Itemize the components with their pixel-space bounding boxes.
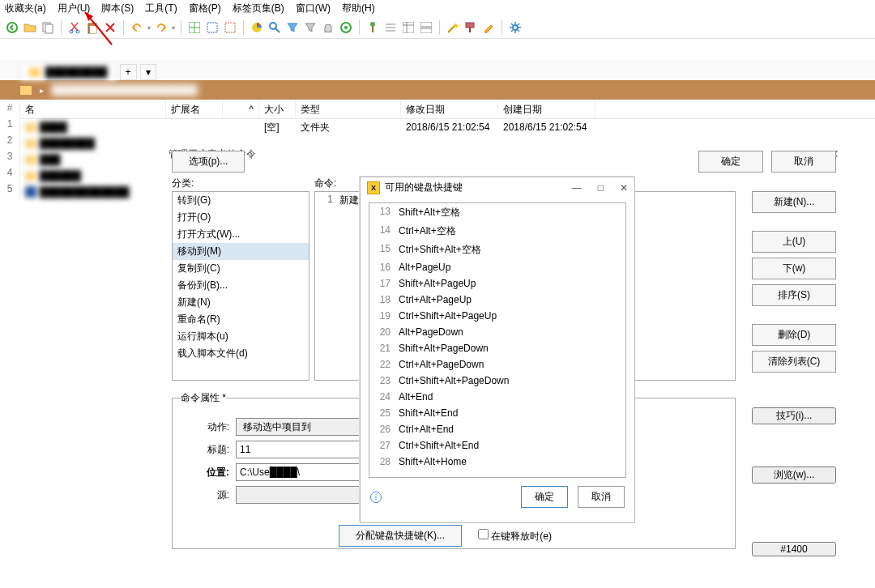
svg-point-19 [370, 22, 375, 27]
shortcut-item[interactable]: 21Shift+Alt+PageDown [369, 340, 625, 356]
col-name[interactable]: 名 [20, 100, 166, 118]
maximize-icon[interactable]: □ [598, 182, 604, 194]
shortcut-item[interactable]: 19Ctrl+Shift+Alt+PageUp [369, 308, 625, 324]
shortcut-item[interactable]: 27Ctrl+Shift+Alt+End [369, 437, 625, 454]
shortcut-item[interactable]: 15Ctrl+Shift+Alt+空格 [369, 241, 625, 259]
annotation-arrow [75, 8, 116, 49]
shortcut-item[interactable]: 23Ctrl+Shift+Alt+PageDown [369, 373, 625, 389]
category-item[interactable]: 运行脚本(u) [173, 328, 309, 345]
col-ext[interactable]: 扩展名 [166, 100, 223, 118]
wand-icon[interactable] [446, 20, 460, 35]
cancel-button[interactable]: 取消 [771, 151, 836, 173]
list-icon[interactable] [383, 20, 398, 35]
nav-back-icon[interactable] [5, 20, 19, 35]
funnel-off-icon[interactable] [303, 20, 318, 35]
select-all-icon[interactable] [205, 20, 220, 35]
on-keyup-checkbox[interactable]: 在键释放时(e) [478, 529, 552, 543]
tree-icon[interactable] [365, 20, 380, 35]
down-button[interactable]: 下(w) [752, 258, 836, 279]
menu-tools[interactable]: 工具(T) [145, 2, 177, 15]
tab-new[interactable]: + [120, 64, 137, 80]
browse-button[interactable]: 浏览(w)... [752, 467, 836, 484]
delete-button[interactable]: 删除(D) [752, 324, 836, 346]
new-button[interactable]: 新建(N)... [752, 191, 836, 213]
number-button[interactable]: #1400 [752, 542, 836, 556]
shortcut-item[interactable]: 25Shift+Alt+End [369, 405, 625, 421]
tab-active[interactable]: █████████ [20, 63, 117, 80]
ghost-icon[interactable] [321, 20, 335, 35]
svg-point-31 [513, 25, 518, 30]
chevron-right-icon[interactable]: ▸ [40, 86, 44, 95]
folder-open-icon[interactable] [23, 20, 37, 35]
shortcut-item[interactable]: 16Alt+PageUp [369, 259, 625, 275]
tips-button[interactable]: 技巧(i)... [752, 407, 836, 424]
shortcut-listbox[interactable]: 13Shift+Alt+空格14Ctrl+Alt+空格15Ctrl+Shift+… [369, 202, 626, 478]
svg-rect-12 [207, 23, 217, 32]
grid-icon[interactable] [187, 20, 202, 35]
location-label: 位置: [181, 466, 229, 479]
category-item[interactable]: 转到(G) [173, 192, 309, 209]
sort-button[interactable]: 排序(S) [752, 284, 836, 306]
settings-icon[interactable] [508, 20, 523, 35]
column-headers: 名 扩展名 ^ 大小 类型 修改日期 创建日期 [20, 100, 875, 119]
menu-help[interactable]: 帮助(H) [342, 2, 375, 15]
svg-rect-28 [420, 28, 432, 33]
category-item[interactable]: 打开(O) [173, 209, 309, 226]
pie-chart-icon[interactable] [250, 20, 264, 35]
details-icon[interactable] [401, 20, 416, 35]
info-icon[interactable]: i [370, 492, 382, 503]
menu-window[interactable]: 窗口(W) [296, 2, 331, 15]
assign-shortcut-button[interactable]: 分配键盘快捷键(K)... [339, 525, 462, 547]
col-modified[interactable]: 修改日期 [401, 100, 498, 118]
shortcut-item[interactable]: 20Alt+PageDown [369, 324, 625, 340]
category-item[interactable]: 打开方式(W)... [173, 226, 309, 243]
shortcut-item[interactable]: 18Ctrl+Alt+PageUp [369, 292, 625, 308]
breadcrumb-bar[interactable]: ▸ ███████████████████ [0, 80, 875, 100]
col-size[interactable]: 大小 [259, 100, 296, 118]
target-icon[interactable] [339, 20, 353, 35]
clear-list-button[interactable]: 清除列表(C) [752, 351, 836, 373]
options-button[interactable]: 选项(p)... [172, 151, 245, 173]
copy-icon[interactable] [41, 20, 55, 35]
search-icon[interactable] [267, 20, 282, 35]
category-listbox[interactable]: 转到(G)打开(O)打开方式(W)...移动到(M)复制到(C)备份到(B)..… [172, 191, 309, 381]
ok-button[interactable]: 确定 [521, 486, 568, 508]
close-icon[interactable]: ✕ [620, 182, 628, 194]
shortcut-item[interactable]: 14Ctrl+Alt+空格 [369, 222, 625, 241]
col-type[interactable]: 类型 [296, 100, 401, 118]
menu-favorites[interactable]: 收藏夹(a) [5, 2, 46, 15]
category-item[interactable]: 重命名(R) [173, 311, 309, 328]
category-item[interactable]: 载入脚本文件(d) [173, 345, 309, 362]
shortcut-item[interactable]: 26Ctrl+Alt+End [369, 421, 625, 437]
deselect-icon[interactable] [223, 20, 237, 35]
funnel-icon[interactable] [285, 20, 300, 35]
shortcut-item[interactable]: 24Alt+End [369, 389, 625, 405]
shortcut-item[interactable]: 28Shift+Alt+Home [369, 454, 625, 470]
ok-button[interactable]: 确定 [698, 151, 763, 173]
col-created[interactable]: 创建日期 [498, 100, 595, 118]
up-button[interactable]: 上(U) [752, 231, 836, 253]
category-item[interactable]: 新建(N) [173, 294, 309, 311]
category-item[interactable]: 移动到(M) [173, 243, 309, 260]
redo-icon[interactable] [154, 20, 169, 35]
category-item[interactable]: 复制到(C) [173, 260, 309, 277]
split-icon[interactable] [419, 20, 433, 35]
tab-dropdown[interactable]: ▾ [140, 64, 156, 80]
shortcut-item[interactable]: 17Shift+Alt+PageUp [369, 275, 625, 292]
shortcut-item[interactable]: 13Shift+Alt+空格 [369, 203, 625, 222]
svg-rect-24 [403, 22, 414, 33]
paint-icon[interactable] [463, 20, 478, 35]
col-sort[interactable]: ^ [223, 100, 259, 118]
file-row[interactable]: ████ [空] 文件夹 2018/6/15 21:02:54 2018/6/1… [20, 119, 875, 135]
row-gutter: # 12345 [0, 100, 20, 200]
minimize-icon[interactable]: — [572, 182, 582, 194]
cancel-button[interactable]: 取消 [578, 486, 625, 508]
menu-tabsets[interactable]: 标签页集(B) [233, 2, 284, 15]
category-item[interactable]: 备份到(B)... [173, 277, 309, 294]
dialog2-title: 可用的键盘快捷键 [385, 181, 463, 194]
brush-icon[interactable] [481, 20, 496, 35]
shortcut-item[interactable]: 22Ctrl+Alt+PageDown [369, 356, 625, 373]
menu-panes[interactable]: 窗格(P) [189, 2, 221, 15]
undo-icon[interactable] [130, 20, 144, 35]
menu-bar: 收藏夹(a) 用户(U) 脚本(S) 工具(T) 窗格(P) 标签页集(B) 窗… [0, 0, 875, 17]
